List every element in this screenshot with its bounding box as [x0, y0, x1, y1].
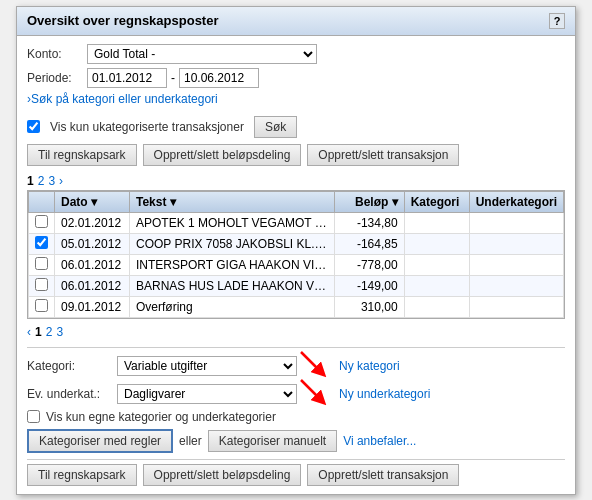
row2-dato: 05.01.2012 [55, 233, 130, 254]
action-buttons-top: Til regnskapsark Opprett/slett beløpsdel… [27, 144, 565, 166]
page-3-top[interactable]: 3 [48, 174, 55, 188]
table-row: 06.01.2012 BARNAS HUS LADE HAAKON VIIGT … [29, 275, 564, 296]
row1-check[interactable] [29, 212, 55, 233]
dialog-body: Konto: Gold Total - Periode: - ›Søk på k… [17, 36, 575, 494]
transactions-table: Dato ▾ Tekst ▾ Beløp ▾ Kategori Underkat… [28, 191, 564, 318]
svg-line-3 [301, 380, 321, 400]
row2-kategori [404, 233, 469, 254]
row5-underkategori [469, 296, 563, 317]
pagination-top: 1 2 3 › [27, 172, 565, 190]
search-category-link-row: ›Søk på kategori eller underkategori [27, 92, 565, 111]
opprett-slett-belop-button-bottom[interactable]: Opprett/slett beløpsdeling [143, 464, 302, 486]
row1-belop: -134,80 [334, 212, 404, 233]
action-buttons-bottom: Til regnskapsark Opprett/slett beløpsdel… [27, 459, 565, 486]
konto-select[interactable]: Gold Total - [87, 44, 317, 64]
row1-dato: 02.01.2012 [55, 212, 130, 233]
periode-to-input[interactable] [179, 68, 259, 88]
vis-egne-checkbox[interactable] [27, 410, 40, 423]
row5-tekst: Overføring [130, 296, 335, 317]
anbefaler-link[interactable]: Vi anbefaler... [343, 434, 416, 448]
row2-check[interactable] [29, 233, 55, 254]
row3-underkategori [469, 254, 563, 275]
page-current-bottom: 1 [35, 325, 42, 339]
row5-check[interactable] [29, 296, 55, 317]
kategoriser-med-regler-button[interactable]: Kategoriser med regler [27, 429, 173, 453]
row1-tekst: APOTEK 1 MOHOLT VEGAMOT 4 TRONDHEIM.... [130, 212, 335, 233]
row3-check[interactable] [29, 254, 55, 275]
row4-kategori [404, 275, 469, 296]
regnskapsark-button-top[interactable]: Til regnskapsark [27, 144, 137, 166]
help-icon[interactable]: ? [549, 13, 565, 29]
eller-text: eller [179, 434, 202, 448]
page-current-top: 1 [27, 174, 34, 188]
table-header-row: Dato ▾ Tekst ▾ Beløp ▾ Kategori Underkat… [29, 191, 564, 212]
svg-line-1 [301, 352, 321, 372]
col-dato[interactable]: Dato ▾ [55, 191, 130, 212]
regnskapsark-button-bottom[interactable]: Til regnskapsark [27, 464, 137, 486]
dialog-title-bar: Oversikt over regnskapsposter ? [17, 7, 575, 36]
bottom-section: Kategori: Variable utgifter Ny kategor [27, 347, 565, 486]
col-tekst[interactable]: Tekst ▾ [130, 191, 335, 212]
dialog: Oversikt over regnskapsposter ? Konto: G… [16, 6, 576, 495]
ny-kategori-link[interactable]: Ny kategori [339, 359, 400, 373]
pagination-bottom: ‹ 1 2 3 [27, 323, 565, 341]
page-next-top[interactable]: › [59, 174, 63, 188]
row5-dato: 09.01.2012 [55, 296, 130, 317]
ev-underkat-label: Ev. underkat.: [27, 387, 117, 401]
row4-check[interactable] [29, 275, 55, 296]
row5-kategori [404, 296, 469, 317]
row2-underkategori [469, 233, 563, 254]
table-row: 06.01.2012 INTERSPORT GIGA HAAKON VIISG … [29, 254, 564, 275]
row4-tekst: BARNAS HUS LADE HAAKON VIIGT TRONDH.... [130, 275, 335, 296]
page-2-bottom[interactable]: 2 [46, 325, 53, 339]
search-category-link[interactable]: ›Søk på kategori eller underkategori [27, 92, 218, 106]
table-row: 02.01.2012 APOTEK 1 MOHOLT VEGAMOT 4 TRO… [29, 212, 564, 233]
konto-row: Konto: Gold Total - [27, 44, 565, 64]
dialog-title-text: Oversikt over regnskapsposter [27, 13, 218, 28]
table-body: 02.01.2012 APOTEK 1 MOHOLT VEGAMOT 4 TRO… [29, 212, 564, 317]
row3-kategori [404, 254, 469, 275]
row4-dato: 06.01.2012 [55, 275, 130, 296]
vis-ukategoriserte-row: Vis kun ukategoriserte transaksjoner Søk [27, 116, 565, 138]
transactions-table-container: Dato ▾ Tekst ▾ Beløp ▾ Kategori Underkat… [27, 190, 565, 319]
periode-separator: - [171, 71, 175, 85]
row5-belop: 310,00 [334, 296, 404, 317]
row3-belop: -778,00 [334, 254, 404, 275]
opprett-slett-trans-button-bottom[interactable]: Opprett/slett transaksjon [307, 464, 459, 486]
kategoriser-manuelt-button[interactable]: Kategoriser manuelt [208, 430, 337, 452]
page-prev-bottom[interactable]: ‹ [27, 325, 31, 339]
row1-kategori [404, 212, 469, 233]
row4-belop: -149,00 [334, 275, 404, 296]
row2-belop: -164,85 [334, 233, 404, 254]
opprett-slett-belop-button-top[interactable]: Opprett/slett beløpsdeling [143, 144, 302, 166]
kategori-select[interactable]: Variable utgifter [117, 356, 297, 376]
ny-underkategori-link[interactable]: Ny underkategori [339, 387, 430, 401]
col-underkategori: Underkategori [469, 191, 563, 212]
row1-underkategori [469, 212, 563, 233]
vis-egne-label: Vis kun egne kategorier og underkategori… [46, 410, 276, 424]
ev-underkat-row: Ev. underkat.: Dagligvarer Ny underkat [27, 382, 565, 406]
col-belop[interactable]: Beløp ▾ [334, 191, 404, 212]
kategoriser-row: Kategoriser med regler eller Kategoriser… [27, 429, 565, 453]
vis-ukategoriserte-label: Vis kun ukategoriserte transaksjoner [50, 120, 244, 134]
page-2-top[interactable]: 2 [38, 174, 45, 188]
col-check [29, 191, 55, 212]
kategori-label: Kategori: [27, 359, 117, 373]
periode-label: Periode: [27, 71, 87, 85]
ev-underkat-select[interactable]: Dagligvarer [117, 384, 297, 404]
row3-tekst: INTERSPORT GIGA HAAKON VIISG TRONDH.... [130, 254, 335, 275]
periode-row: Periode: - [27, 68, 565, 88]
vis-egne-row: Vis kun egne kategorier og underkategori… [27, 410, 565, 424]
vis-ukategoriserte-checkbox[interactable] [27, 120, 40, 133]
table-row: 09.01.2012 Overføring 310,00 [29, 296, 564, 317]
page-3-bottom[interactable]: 3 [56, 325, 63, 339]
konto-label: Konto: [27, 47, 87, 61]
sok-button[interactable]: Søk [254, 116, 297, 138]
col-kategori: Kategori [404, 191, 469, 212]
table-row: 05.01.2012 COOP PRIX 7058 JAKOBSLI KL. 1… [29, 233, 564, 254]
periode-from-input[interactable] [87, 68, 167, 88]
row4-underkategori [469, 275, 563, 296]
kategori-row: Kategori: Variable utgifter Ny kategor [27, 354, 565, 378]
opprett-slett-trans-button-top[interactable]: Opprett/slett transaksjon [307, 144, 459, 166]
row2-tekst: COOP PRIX 7058 JAKOBSLI KL. 12:20 V.... [130, 233, 335, 254]
